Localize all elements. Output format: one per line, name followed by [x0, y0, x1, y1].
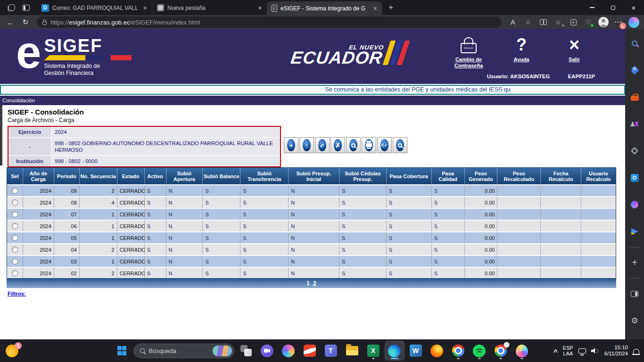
back-button[interactable]: ←	[4, 16, 17, 28]
system-tray: ^ ESPLAA 15:106/11/2024	[553, 345, 639, 357]
table-cell: S	[145, 232, 166, 243]
chrome-taskbar-button[interactable]	[449, 341, 468, 360]
table-cell: S	[145, 209, 166, 220]
chat-taskbar-button[interactable]	[258, 341, 277, 360]
upload-file-button[interactable]: ↑	[299, 137, 314, 153]
m365-sidebar-icon[interactable]	[627, 143, 642, 158]
exit-link[interactable]: × Salir	[553, 34, 596, 63]
tools-sidebar-icon[interactable]	[627, 90, 642, 105]
search-all-button[interactable]	[393, 137, 407, 153]
clock[interactable]: 15:106/11/2024	[604, 345, 628, 357]
form-value: 2024	[52, 127, 280, 137]
create-file-button[interactable]: +	[284, 137, 298, 153]
copilot-taskbar-button[interactable]	[279, 341, 298, 360]
table-cell: 04	[54, 244, 80, 255]
add-sidebar-icon[interactable]: +	[627, 255, 642, 270]
designer-sidebar-icon[interactable]	[627, 197, 642, 212]
tab-close-icon[interactable]: ×	[141, 4, 149, 12]
table-cell: N	[289, 185, 339, 196]
notifications-bell-icon[interactable]	[633, 349, 639, 354]
help-label: Ayuda	[513, 57, 529, 63]
profile-button[interactable]	[597, 16, 610, 28]
tab-close-icon[interactable]: ×	[256, 4, 264, 12]
row-radio[interactable]	[12, 223, 18, 229]
read-aloud-button[interactable]: A	[506, 16, 520, 28]
pdf-reader-taskbar-button[interactable]	[300, 341, 319, 360]
weather-widget[interactable]: 1	[6, 345, 18, 357]
browser-tab[interactable]: eSIGEF - Sistema Integrado de G×	[267, 1, 382, 15]
network-icon[interactable]	[578, 348, 586, 354]
row-radio[interactable]	[12, 258, 18, 264]
taskbar-search[interactable]: Búsqueda	[133, 344, 234, 358]
browser-tab[interactable]: OCorreo: GAD PARROQUIAL VALLE×	[37, 1, 152, 14]
outlook-sidebar-icon[interactable]: O	[627, 170, 642, 185]
task-view-taskbar-button[interactable]	[237, 341, 256, 360]
settings-icon[interactable]: ⚙	[627, 313, 642, 328]
firefox-taskbar-button[interactable]	[428, 341, 446, 360]
favorite-star-button[interactable]: ☆	[521, 16, 535, 28]
language-indicator[interactable]: ESPLAA	[563, 345, 573, 357]
table-cell: N	[289, 244, 339, 255]
split-screen-button[interactable]	[537, 16, 550, 28]
help-link[interactable]: ? Ayuda	[500, 34, 543, 63]
restore-button[interactable]	[603, 0, 623, 15]
row-radio[interactable]	[12, 235, 18, 241]
form-value: 998 - 0802 GOBIERNO AUTONOMO DESCENTRALI…	[52, 138, 280, 155]
row-radio[interactable]	[12, 247, 18, 253]
word-taskbar-button[interactable]: W	[406, 341, 425, 360]
change-password-link[interactable]: ••••• Cambio de Contraseña	[447, 34, 490, 69]
chrome-work-taskbar-button[interactable]	[491, 341, 510, 360]
table-cell	[497, 185, 541, 196]
games-sidebar-icon[interactable]: ♟♜	[627, 116, 642, 132]
print-button[interactable]	[362, 137, 376, 153]
tab-close-icon[interactable]: ×	[371, 4, 379, 12]
favorites-button[interactable]: ☆	[552, 16, 565, 28]
collections-button[interactable]: +	[567, 16, 580, 28]
settings-more-button[interactable]: ···1	[612, 16, 625, 28]
header-cell: Pasa Calidad	[432, 168, 465, 184]
minimize-button[interactable]	[582, 0, 603, 15]
copilot-button[interactable]	[627, 16, 640, 28]
row-radio[interactable]	[12, 199, 18, 206]
browser-essentials-button[interactable]: ♡	[582, 16, 595, 28]
menu-item-consolidacion[interactable]: Consolidación	[2, 98, 35, 103]
workspaces-button[interactable]	[5, 1, 19, 14]
user-label: Usuario: AKSOSAINTEG	[487, 74, 550, 79]
row-radio[interactable]	[12, 211, 18, 217]
table-cell: S	[387, 209, 432, 220]
delete-file-button[interactable]: ✗	[330, 137, 345, 153]
browser-tab[interactable]: Nueva pestaña×	[152, 1, 267, 14]
page-favicon-icon	[272, 5, 277, 12]
shopping-sidebar-icon[interactable]	[627, 63, 642, 78]
table-row: 2024092CERRADOSNSSNSSS0.00	[7, 184, 616, 196]
spotify-taskbar-button[interactable]	[470, 341, 489, 360]
close-window-button[interactable]: ×	[623, 0, 644, 15]
start-button[interactable]	[113, 342, 131, 360]
header-cell: Subió Balance	[203, 168, 240, 184]
page-link-2[interactable]: 2	[313, 280, 316, 287]
hidden-icons-chevron[interactable]: ^	[553, 348, 558, 356]
row-radio[interactable]	[12, 270, 18, 276]
row-radio[interactable]	[12, 188, 18, 194]
volume-icon[interactable]	[591, 347, 599, 354]
table-cell	[581, 268, 616, 279]
filters-link[interactable]: Filtros:	[8, 291, 26, 296]
search-placeholder: Búsqueda	[149, 347, 208, 354]
validate-file-button[interactable]: ✓	[315, 137, 330, 153]
view-file-button[interactable]	[346, 137, 361, 153]
drop-sidebar-icon[interactable]	[627, 224, 642, 239]
table-cell: S	[240, 209, 289, 220]
file-explorer-taskbar-button[interactable]	[343, 341, 362, 360]
header-cell: Subió Apertura	[166, 168, 203, 184]
teams-taskbar-button[interactable]: T	[322, 341, 340, 360]
tab-actions-button[interactable]	[19, 1, 33, 14]
new-tab-button[interactable]: +	[385, 1, 397, 14]
address-bar[interactable]: https://esigef.finanzas.gob.ec/eSIGEF/me…	[37, 16, 502, 28]
excel-taskbar-button[interactable]: X	[364, 341, 383, 360]
side-panel-icon[interactable]	[627, 286, 642, 301]
approve-button[interactable]: C✓	[377, 137, 392, 153]
search-sidebar-icon[interactable]	[627, 36, 642, 51]
paint-taskbar-button[interactable]	[512, 341, 531, 360]
refresh-button[interactable]: ↻	[19, 16, 32, 28]
edge-taskbar-button[interactable]	[385, 341, 404, 360]
